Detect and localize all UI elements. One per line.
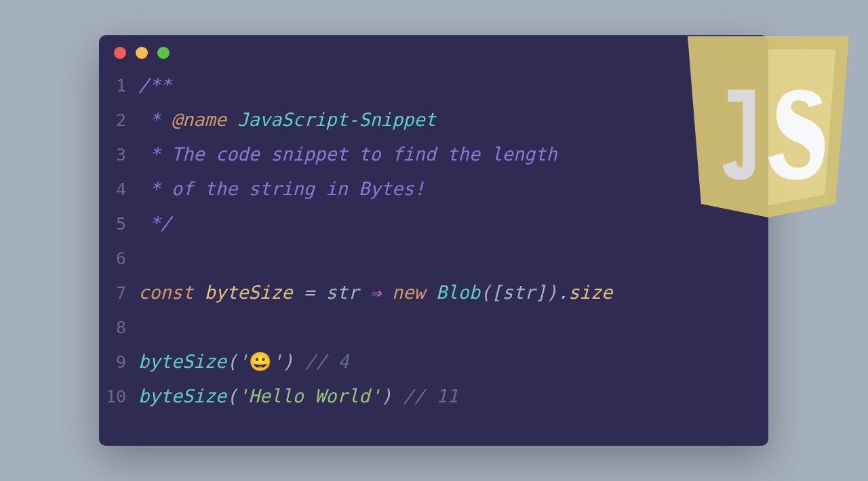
code-line: 10 byteSize('Hello World') // 11 xyxy=(106,379,762,414)
bracket-token: ] xyxy=(535,282,546,303)
line-number: 10 xyxy=(106,380,138,414)
code-content xyxy=(138,241,149,275)
window-controls xyxy=(99,35,768,64)
param-token: str xyxy=(502,282,536,303)
code-content: * The code snippet to find the length xyxy=(138,138,557,171)
paren-token: ( xyxy=(480,282,491,303)
function-call-token: byteSize xyxy=(138,385,226,406)
function-call-token: byteSize xyxy=(138,351,226,372)
comment-text-token: of the string in Bytes! xyxy=(172,178,425,199)
comment-token: */ xyxy=(138,213,172,234)
class-token: Blob xyxy=(436,282,480,303)
comment-number-token: 11 xyxy=(436,385,458,406)
comment-token: * xyxy=(138,109,172,130)
line-number: 7 xyxy=(106,276,138,310)
line-number: 8 xyxy=(106,311,138,345)
string-token: ' xyxy=(237,351,248,372)
operator-token: = xyxy=(304,282,315,303)
code-content: byteSize('😀') // 4 xyxy=(138,345,349,379)
line-number: 6 xyxy=(106,242,138,276)
emoji-token: 😀 xyxy=(249,351,272,372)
code-line: 3 * The code snippet to find the length xyxy=(106,138,762,172)
string-token: ' xyxy=(237,385,248,406)
space xyxy=(193,282,204,303)
line-number: 4 xyxy=(106,173,138,207)
code-content: * @name JavaScript-Snippet xyxy=(138,103,436,137)
code-line: 7 const byteSize = str ⇒ new Blob([str])… xyxy=(106,276,762,310)
string-token: ' xyxy=(272,351,283,372)
keyword-token: const xyxy=(138,282,193,303)
arrow-token: ⇒ xyxy=(370,282,380,303)
space xyxy=(327,351,338,372)
code-content xyxy=(138,310,149,344)
paren-token: ) xyxy=(547,282,557,303)
property-token: size xyxy=(568,282,612,303)
space xyxy=(359,282,370,303)
code-line: 5 */ xyxy=(106,207,762,241)
space xyxy=(293,282,304,303)
space xyxy=(381,282,392,303)
bracket-token: [ xyxy=(491,282,502,303)
comment-token: * xyxy=(138,178,172,199)
string-token: ' xyxy=(370,385,380,406)
code-content: */ xyxy=(138,207,172,240)
code-area: 1 /** 2 * @name JavaScript-Snippet 3 * T… xyxy=(99,64,768,421)
javascript-logo-icon xyxy=(688,35,849,218)
code-line: 6 xyxy=(106,241,762,276)
code-content: byteSize('Hello World') // 11 xyxy=(138,379,458,413)
line-number: 2 xyxy=(106,104,138,138)
string-token: Hello World xyxy=(249,385,370,406)
paren-token: ( xyxy=(226,385,237,406)
space xyxy=(392,385,403,406)
code-line: 4 * of the string in Bytes! xyxy=(106,172,762,207)
line-number: 9 xyxy=(106,346,138,379)
param-token: str xyxy=(326,282,359,303)
space xyxy=(315,282,326,303)
code-content: * of the string in Bytes! xyxy=(138,172,425,206)
paren-token: ( xyxy=(226,351,237,372)
line-number: 1 xyxy=(106,69,138,103)
comment-text-token: The code snippet to find the length xyxy=(172,144,557,165)
minimize-icon[interactable] xyxy=(136,47,148,59)
jsdoc-tag-token: @name xyxy=(172,109,226,130)
comment-token: * xyxy=(138,144,172,165)
paren-token: ) xyxy=(381,385,392,406)
space xyxy=(425,385,436,406)
close-icon[interactable] xyxy=(114,47,126,59)
dot-token: . xyxy=(557,282,568,303)
code-content: /** xyxy=(138,68,172,102)
space xyxy=(226,109,237,130)
code-line: 8 xyxy=(106,310,762,345)
code-line: 9 byteSize('😀') // 4 xyxy=(106,345,762,379)
code-content: const byteSize = str ⇒ new Blob([str]).s… xyxy=(138,276,612,310)
identifier-token: byteSize xyxy=(205,282,293,303)
comment-token: // xyxy=(403,385,425,406)
jsdoc-name-token: JavaScript-Snippet xyxy=(237,109,436,130)
code-editor-window: 1 /** 2 * @name JavaScript-Snippet 3 * T… xyxy=(99,35,768,446)
space xyxy=(425,282,436,303)
comment-token: /** xyxy=(138,75,172,96)
line-number: 5 xyxy=(106,207,138,241)
code-line: 1 /** xyxy=(106,68,762,103)
comment-number-token: 4 xyxy=(338,351,349,372)
comment-token: // xyxy=(304,351,327,372)
maximize-icon[interactable] xyxy=(157,47,170,59)
line-number: 3 xyxy=(106,138,138,172)
keyword-token: new xyxy=(392,282,425,303)
code-line: 2 * @name JavaScript-Snippet xyxy=(106,103,762,138)
space xyxy=(294,351,304,372)
paren-token: ) xyxy=(283,351,294,372)
